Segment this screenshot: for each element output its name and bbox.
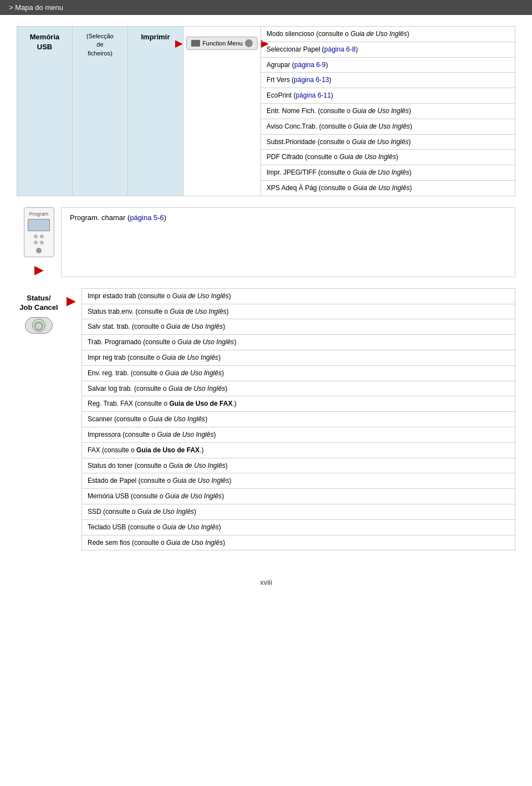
menu-italic: Guia de Uso Inglês	[339, 153, 396, 161]
status-item: SSD (consulte o Guia de Uso Inglês)	[82, 504, 515, 520]
program-text: Program. chamar (página 5-6)	[70, 213, 166, 222]
seleccao-label: (Selecçãodeficheiros)	[86, 32, 114, 58]
menu-italic: Guia de Uso Inglês	[350, 30, 407, 38]
page-header: > Mapa do menu	[0, 0, 532, 15]
status-italic: Guia de Uso Inglês	[166, 539, 223, 547]
device-btn	[40, 234, 44, 238]
status-left: Status/ Job Cancel ◯	[17, 288, 61, 551]
status-item: Salvar log trab. (consulte o Guia de Uso…	[82, 381, 515, 397]
menu-item: PDF Cifrado (consulte o Guia de Uso Ingl…	[261, 150, 515, 165]
status-device: ◯	[25, 317, 53, 334]
col-memoria: MemóriaUSB	[17, 27, 73, 196]
program-section: Program ▶ Program. chamar (página 5-6)	[17, 207, 515, 277]
status-item: Impr reg trab (consulte o Guia de Uso In…	[82, 350, 515, 366]
function-menu-box: Function Menu	[186, 37, 258, 50]
status-item: FAX (consulte o Guia de Uso de FAX.)	[82, 443, 515, 458]
status-bold: Guia de Uso de FAX	[136, 446, 200, 454]
status-italic: Guia de Uso Inglês	[149, 415, 205, 423]
menu-italic: Guia de Uso Inglês	[354, 123, 410, 130]
col-function: ▶ Function Menu ▶	[183, 27, 261, 196]
status-italic: Guia de Uso Inglês	[168, 385, 225, 392]
device-screen	[28, 219, 50, 231]
menu-italic: Guia de Uso Inglês	[352, 107, 409, 115]
status-item: Trab. Programado (consulte o Guia de Uso…	[82, 335, 515, 350]
status-item: Scanner (consulte o Guia de Uso Inglês)	[82, 412, 515, 427]
program-left: Program ▶	[17, 207, 61, 277]
menu-item: Modo silencioso (consulte o Guia de Uso …	[261, 27, 515, 42]
program-arrow: ▶	[34, 263, 44, 277]
program-link[interactable]: página 5-6	[130, 213, 163, 222]
status-italic: Guia de Uso Inglês	[166, 323, 223, 330]
status-italic: Guia de Uso Inglês	[162, 354, 218, 361]
status-label: Status/ Job Cancel	[19, 294, 58, 313]
status-section: Status/ Job Cancel ◯ ▶ Impr estado trab …	[17, 288, 515, 551]
menu-item: Frt Vers (página 6-13)	[261, 73, 515, 88]
menu-italic: Guia de Uso Inglês	[353, 184, 410, 192]
device-btn-large	[36, 248, 42, 253]
arrow-to-function: ▶	[175, 37, 183, 49]
main-content: MemóriaUSB (Selecçãodeficheiros) Imprimi…	[0, 15, 532, 603]
menu-item: Impr. JPEG/TIFF (consulte o Guia de Uso …	[261, 165, 515, 181]
program-content: Program. chamar (página 5-6)	[61, 207, 515, 277]
menu-italic: Guia de Uso Inglês	[352, 138, 408, 146]
status-italic: Guia de Uso Inglês	[162, 523, 219, 531]
memoria-label: MemóriaUSB	[30, 32, 59, 52]
status-item: Rede sem fios (consulte o Guia de Uso In…	[82, 535, 515, 550]
status-italic: Guia de Uso Inglês	[137, 508, 194, 516]
menu-link[interactable]: página 6-8	[324, 45, 356, 53]
program-device-label: Program	[29, 211, 49, 217]
function-menu-label: Function Menu	[202, 40, 243, 47]
menu-link[interactable]: página 6-13	[294, 76, 329, 84]
status-title-line1: Status/	[27, 294, 50, 302]
status-item: Teclado USB (consulte o Guia de Uso Ingl…	[82, 520, 515, 535]
menu-link[interactable]: página 6-11	[296, 91, 331, 99]
menu-item: XPS Adeq À Pág (consulte o Guia de Uso I…	[261, 181, 515, 196]
status-italic: Guia de Uso Inglês	[177, 338, 234, 346]
status-item: Reg. Trab. FAX (consulte o Guia de Uso d…	[82, 396, 515, 412]
status-items: Impr estado trab (consulte o Guia de Uso…	[81, 288, 515, 551]
status-item: Env. reg. trab. (consulte o Guia de Uso …	[82, 366, 515, 381]
top-section: MemóriaUSB (Selecçãodeficheiros) Imprimi…	[17, 26, 515, 196]
col-menu-items: Modo silencioso (consulte o Guia de Uso …	[261, 27, 515, 196]
status-italic: Guia de Uso Inglês	[170, 308, 227, 315]
status-item: Status trab.env. (consulte o Guia de Uso…	[82, 304, 515, 320]
status-bold: Guia de Uso de FAX	[169, 400, 232, 407]
status-item: Impr estado trab (consulte o Guia de Uso…	[82, 289, 515, 304]
page-footer: xviii	[17, 567, 515, 592]
menu-item: Agrupar (página 6-9)	[261, 58, 515, 73]
status-arrow: ▶	[66, 288, 76, 308]
program-device: Program	[24, 207, 54, 257]
status-italic: Guia de Uso Inglês	[157, 431, 213, 438]
status-device-symbol: ◯	[34, 321, 43, 330]
status-title-line2: Job Cancel	[19, 303, 58, 312]
status-italic: Guia de Uso Inglês	[169, 462, 226, 469]
device-btn	[34, 241, 38, 244]
status-item: Status do toner (consulte o Guia de Uso …	[82, 458, 515, 474]
page-number: xviii	[260, 578, 272, 586]
menu-italic: Guia de Uso Inglês	[352, 169, 409, 176]
status-item: Estado de Papel (consulte o Guia de Uso …	[82, 473, 515, 489]
menu-item: Seleccionar Papel (página 6-8)	[261, 42, 515, 58]
menu-item: EcoPrint (página 6-11)	[261, 88, 515, 104]
breadcrumb: > Mapa do menu	[9, 3, 63, 12]
function-menu-icon	[191, 40, 200, 47]
col-imprimir: Imprimir	[128, 27, 183, 196]
status-italic: Guia de Uso Inglês	[165, 492, 222, 500]
status-italic: Guia de Uso Inglês	[172, 477, 229, 484]
status-item: Salv stat. trab. (consulte o Guia de Uso…	[82, 319, 515, 335]
status-italic: Guia de Uso Inglês	[165, 369, 222, 377]
device-btn	[34, 234, 38, 238]
imprimir-label: Imprimir	[141, 32, 170, 42]
menu-item: Subst.Prioridade (consulte o Guia de Uso…	[261, 135, 515, 150]
device-btn	[40, 241, 44, 244]
status-item: Impressora (consulte o Guia de Uso Inglê…	[82, 427, 515, 443]
status-item: Memória USB (consulte o Guia de Uso Ingl…	[82, 489, 515, 504]
menu-link[interactable]: página 6-9	[294, 61, 326, 69]
col-seleccao: (Selecçãodeficheiros)	[73, 27, 128, 196]
menu-item: Entr. Nome Fich. (consulte o Guia de Uso…	[261, 104, 515, 119]
status-italic: Guia de Uso Inglês	[172, 292, 229, 300]
function-menu-circle	[245, 39, 253, 47]
status-device-inner: ◯	[32, 319, 45, 332]
menu-item: Aviso Conc.Trab. (consulte o Guia de Uso…	[261, 119, 515, 135]
